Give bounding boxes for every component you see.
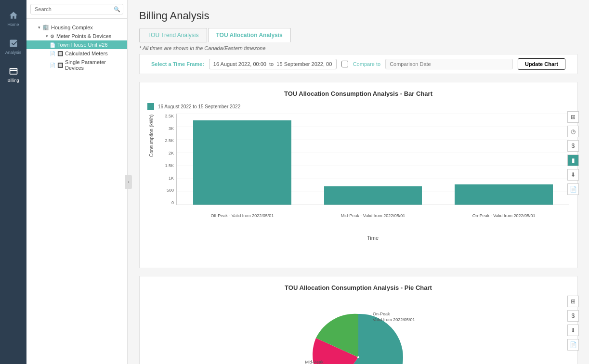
tabs-row: TOU Trend Analysis TOU Allocation Analys…	[128, 28, 589, 42]
tree-meter-points[interactable]: ▾ ⚙ Meter Points & Devices	[26, 32, 127, 40]
update-chart-button[interactable]: Update Chart	[518, 58, 565, 70]
bar-chart-side-icons: ⊞ ◷ $ ▮ ⬇ 📄	[567, 111, 579, 195]
pie-chart-title: TOU Allocation Consumption Analysis - Pi…	[147, 284, 569, 291]
analysis-icon	[9, 39, 18, 48]
bar-mid-peak: Mid-Peak - Valid from 2022/05/01	[308, 114, 439, 205]
y-label-7: 0	[171, 200, 174, 205]
bar-icon-download[interactable]: ⬇	[567, 169, 579, 181]
single-parameter-label: Single Parameter Devices	[65, 59, 123, 71]
search-input[interactable]	[30, 4, 123, 14]
bar-icon-report[interactable]: 📄	[567, 183, 579, 195]
search-icon: 🔍	[114, 6, 120, 13]
y-label-1: 3K	[169, 126, 174, 131]
page-header: Billing Analysis	[128, 0, 589, 28]
tree-housing-complex[interactable]: ▾ 🏢 Housing Complex	[26, 23, 127, 32]
sidebar-home-label: Home	[7, 22, 19, 27]
document-icon: 📄	[50, 42, 55, 48]
pie-chart-side-icons: ⊞ $ ⬇ 📄	[567, 296, 579, 351]
tree-single-parameter[interactable]: 📄 🔲 Single Parameter Devices	[26, 58, 127, 72]
legend-color-box	[147, 103, 154, 110]
pie-chart-panel: TOU Allocation Consumption Analysis - Pi…	[139, 276, 577, 364]
tree-container: ▾ 🏢 Housing Complex ▾ ⚙ Meter Points & D…	[26, 19, 127, 364]
tab-tou-trend[interactable]: TOU Trend Analysis	[139, 28, 207, 42]
y-label-4: 1.5K	[165, 163, 174, 168]
param-icon2: 🔲	[57, 63, 63, 68]
calc-meter-icon: 🔲	[57, 51, 63, 56]
bar-icon-cost[interactable]: $	[567, 140, 579, 152]
bar-on-peak-label: On-Peak - Valid from 2022/05/01	[472, 213, 536, 218]
meter-icon: ⚙	[50, 34, 54, 39]
sidebar-analysis-label: Analysis	[5, 50, 22, 55]
pie-icon-download[interactable]: ⬇	[567, 325, 579, 336]
housing-icon: 🏢	[42, 24, 49, 30]
pie-icon-cost[interactable]: $	[567, 310, 579, 322]
svg-point-0	[357, 356, 359, 358]
bar-icon-table[interactable]: ⊞	[567, 111, 579, 123]
timezone-note: * All times are shown in the Canada/East…	[128, 42, 589, 54]
tab-tou-allocation[interactable]: TOU Allocation Analysis	[208, 28, 291, 42]
bar-chart-area: 3.5K 3K 2.5K 2K 1.5K 1K 500 0	[176, 114, 569, 220]
pie-icon-table[interactable]: ⊞	[567, 296, 579, 307]
town-house-label: Town House Unit #26	[57, 42, 108, 48]
home-icon	[9, 11, 18, 20]
y-label-5: 1K	[169, 176, 174, 181]
comparison-date-input[interactable]	[385, 59, 513, 69]
bar-off-peak-fill	[193, 120, 291, 205]
sidebar-billing-label: Billing	[7, 78, 19, 83]
bar-chart-title: TOU Allocation Consumption Analysis - Ba…	[147, 90, 569, 97]
main-content: Billing Analysis TOU Trend Analysis TOU …	[128, 0, 589, 364]
single-param-icon: 📄	[50, 63, 55, 68]
y-label-6: 500	[167, 188, 174, 193]
tree-calculated-meters[interactable]: 📄 🔲 Calculated Meters	[26, 49, 127, 58]
sidebar: Home Analysis Billing	[0, 0, 26, 364]
time-frame-label: Select a Time Frame:	[151, 61, 204, 67]
billing-icon	[9, 66, 18, 76]
chevron-down-icon-2: ▾	[46, 34, 48, 39]
nav-panel: 🔍 ▾ 🏢 Housing Complex ▾ ⚙ Meter Points &…	[26, 0, 128, 364]
y-label-3: 2K	[169, 151, 174, 156]
sidebar-item-analysis[interactable]: Analysis	[0, 33, 26, 61]
calc-icon: 📄	[50, 51, 55, 56]
bar-on-peak-fill	[455, 184, 553, 205]
bar-mid-peak-label: Mid-Peak - Valid from 2022/05/01	[341, 213, 405, 218]
pie-chart-area: On-PeakValid from 2022/05/01 Mid-PeakVal…	[147, 297, 569, 364]
date-range-input[interactable]	[209, 59, 337, 69]
page-title: Billing Analysis	[139, 10, 577, 22]
compare-checkbox[interactable]	[341, 61, 348, 67]
pie-icon-report[interactable]: 📄	[567, 339, 579, 351]
bar-mid-peak-fill	[324, 186, 422, 205]
bar-chart-panel: TOU Allocation Consumption Analysis - Ba…	[139, 82, 577, 268]
bar-off-peak: Off-Peak - Valid from 2022/05/01	[177, 114, 308, 205]
bar-icon-pie[interactable]: ◷	[567, 126, 579, 137]
y-label-2: 2.5K	[165, 138, 174, 143]
bar-chart-legend: 16 August 2022 to 15 September 2022	[147, 103, 569, 110]
bars-container: Off-Peak - Valid from 2022/05/01 Mid-Pea…	[176, 114, 569, 205]
meter-points-label: Meter Points & Devices	[56, 33, 111, 39]
bar-on-peak: On-Peak - Valid from 2022/05/01	[438, 114, 569, 205]
bar-off-peak-label: Off-Peak - Valid from 2022/05/01	[210, 213, 274, 218]
tree-town-house[interactable]: 📄 Town House Unit #26	[26, 40, 127, 49]
y-label-0: 3.5K	[165, 114, 174, 118]
collapse-handle[interactable]: ›	[125, 175, 132, 189]
legend-label: 16 August 2022 to 15 September 2022	[158, 104, 240, 109]
bar-icon-bar[interactable]: ▮	[567, 155, 579, 166]
compare-to-label: Compare to	[353, 61, 380, 67]
housing-complex-label: Housing Complex	[51, 25, 93, 30]
chevron-down-icon: ▾	[38, 25, 40, 30]
calculated-meters-label: Calculated Meters	[65, 51, 108, 56]
sidebar-item-home[interactable]: Home	[0, 5, 26, 33]
pie-label-mid-peak: Mid-PeakValid from 2022/05/01	[281, 360, 323, 364]
x-axis-title: Time	[176, 235, 569, 241]
pie-label-on-peak: On-PeakValid from 2022/05/01	[373, 312, 415, 323]
sidebar-item-billing[interactable]: Billing	[0, 61, 26, 89]
search-bar: 🔍	[26, 0, 127, 19]
filter-bar: Select a Time Frame: Compare to Update C…	[139, 54, 577, 74]
